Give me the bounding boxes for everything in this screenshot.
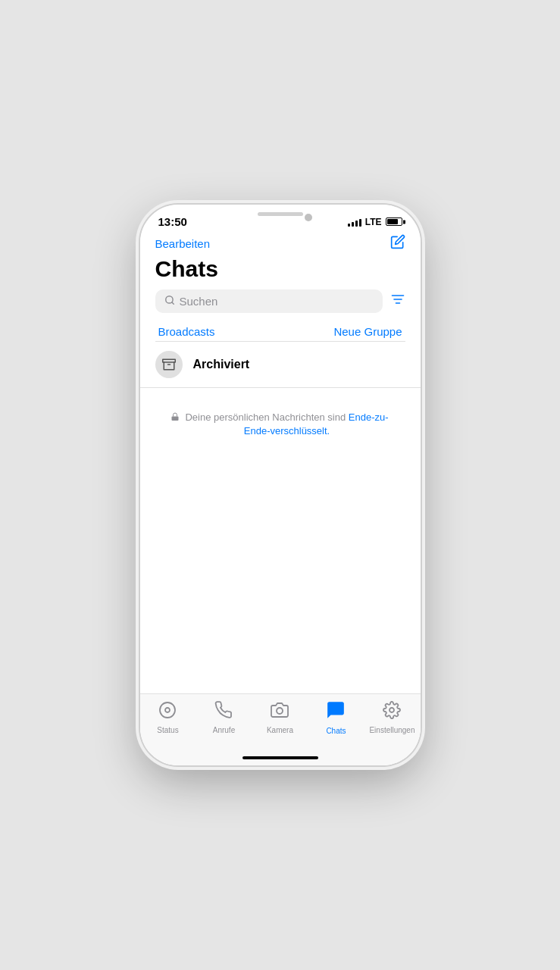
phone-screen: 13:50 LTE Bearbeiten xyxy=(140,205,421,765)
svg-point-7 xyxy=(160,702,175,718)
encryption-text: Deine persönlichen Nachrichten sind Ende… xyxy=(184,411,390,438)
lte-label: LTE xyxy=(365,217,382,227)
camera-tab-icon xyxy=(271,701,289,724)
archive-icon xyxy=(162,358,176,371)
new-group-link[interactable]: Neue Gruppe xyxy=(333,325,402,338)
search-row: Suchen xyxy=(155,289,405,313)
compose-icon xyxy=(390,234,405,249)
home-indicator xyxy=(140,750,421,765)
archived-label: Archiviert xyxy=(193,358,250,371)
status-icons: LTE xyxy=(348,217,402,227)
battery-icon xyxy=(386,217,402,226)
archived-row[interactable]: Archiviert xyxy=(140,342,421,388)
search-icon xyxy=(164,295,175,308)
header-top: Bearbeiten xyxy=(155,234,405,253)
svg-point-10 xyxy=(389,708,394,712)
tab-bar: Status Anrufe Kamera xyxy=(140,693,421,750)
notch-camera xyxy=(305,214,312,221)
header: Bearbeiten Chats xyxy=(140,228,421,342)
status-tab-icon xyxy=(158,701,177,724)
main-content: Bearbeiten Chats xyxy=(140,228,421,693)
settings-tab-icon xyxy=(383,701,401,724)
home-bar xyxy=(242,756,318,759)
phone-shell: 13:50 LTE Bearbeiten xyxy=(140,205,421,765)
svg-rect-5 xyxy=(162,359,175,362)
tab-item-calls[interactable]: Anrufe xyxy=(201,701,246,734)
archive-icon-wrap xyxy=(155,351,183,378)
filter-icon[interactable] xyxy=(390,292,405,311)
tab-item-chats[interactable]: Chats xyxy=(313,700,358,735)
calls-tab-label: Anrufe xyxy=(213,726,235,734)
links-row: Broadcasts Neue Gruppe xyxy=(155,322,405,342)
signal-bars-icon xyxy=(348,217,361,227)
tab-item-settings[interactable]: Einstellungen xyxy=(369,701,415,734)
encryption-notice: Deine persönlichen Nachrichten sind Ende… xyxy=(140,388,421,461)
edit-button[interactable]: Bearbeiten xyxy=(155,237,211,250)
svg-line-1 xyxy=(171,302,174,305)
notch xyxy=(235,205,326,226)
camera-tab-label: Kamera xyxy=(267,726,293,734)
status-time: 13:50 xyxy=(158,215,187,228)
search-bar[interactable]: Suchen xyxy=(155,289,383,313)
tab-item-status[interactable]: Status xyxy=(145,701,190,734)
page-title: Chats xyxy=(155,256,405,282)
notch-pill xyxy=(258,212,303,216)
status-bar: 13:50 LTE xyxy=(140,205,421,228)
tab-item-camera[interactable]: Kamera xyxy=(257,701,302,734)
lock-icon xyxy=(171,411,180,424)
svg-point-9 xyxy=(277,708,283,714)
chats-tab-icon xyxy=(326,700,346,724)
compose-button[interactable] xyxy=(390,234,405,253)
svg-point-8 xyxy=(165,708,170,712)
search-placeholder: Suchen xyxy=(180,295,218,308)
broadcasts-link[interactable]: Broadcasts xyxy=(158,325,215,338)
status-tab-label: Status xyxy=(157,726,178,734)
encryption-prefix: Deine persönlichen Nachrichten sind xyxy=(185,411,348,423)
settings-tab-label: Einstellungen xyxy=(369,726,415,734)
chats-tab-label: Chats xyxy=(326,727,346,735)
calls-tab-icon xyxy=(214,701,233,724)
battery-fill xyxy=(387,219,398,224)
